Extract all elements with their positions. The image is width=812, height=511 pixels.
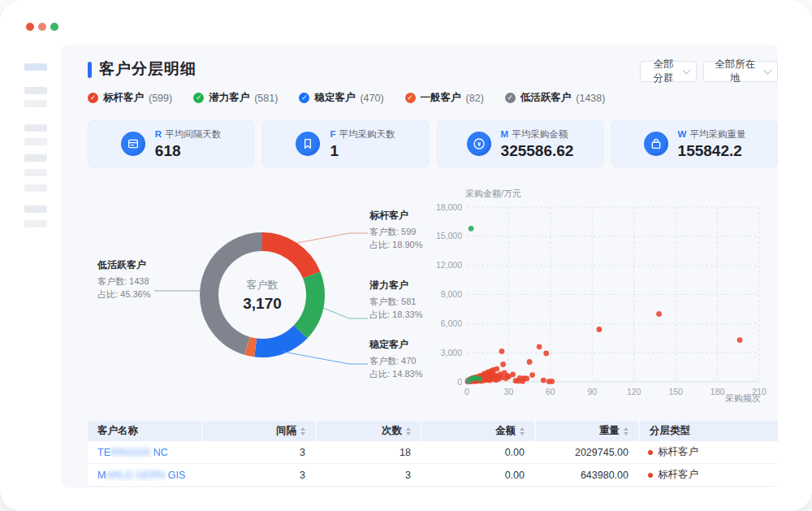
column-header-间隔[interactable]: 间隔 [201,421,315,441]
sidebar-skeleton-bar [24,87,47,94]
customer-name-link[interactable]: TERRIGOS NC [97,447,168,458]
cell-weight: 643980.00 [534,464,638,486]
callout-percent: 占比: 45.36% [97,288,150,301]
legend-label: 一般客户 [421,91,461,105]
column-header-重量[interactable]: 重量 [534,421,638,441]
sidebar-skeleton-bar [24,220,47,227]
redacted-text: ARLD [106,470,132,481]
title-accent-bar [88,62,92,78]
sidebar-skeleton-bar [24,154,47,162]
cell-interval: 3 [201,464,315,486]
legend-label: 标杆客户 [103,91,144,105]
y-tick-label: 18,000 [436,202,462,212]
stat-card-F: F平均采购天数1 [262,120,429,167]
customer-name-text: GIS [165,470,185,481]
segment-group-filter-dropdown[interactable]: 全部分群 [640,61,697,82]
callout-title: 低活跃客户 [97,258,150,272]
customer-table: 客户名称间隔次数金额重量分层类型 TERRIGOS NC3180.0020297… [88,421,778,487]
column-header-客户名称: 客户名称 [88,421,201,441]
cell-interval: 3 [201,441,315,463]
sort-icon[interactable] [300,427,305,435]
column-header-分层类型: 分层类型 [638,421,778,441]
column-header-label: 间隔 [276,424,296,438]
stat-card-W: W平均采购重量155842.2 [611,120,778,167]
donut-callout-稳定客户: 稳定客户客户数: 470占比: 14.83% [369,338,422,380]
scatter-point-标杆客户 [549,379,555,384]
scatter-point-标杆客户 [541,378,546,383]
sort-icon[interactable] [624,427,628,435]
stat-card-value: 155842.2 [678,142,746,160]
redacted-text: GERN [136,470,165,481]
cell-segment: 标杆客户 [638,441,778,463]
x-tick-label: 0 [464,387,469,396]
x-tick-label: 60 [546,387,555,396]
window-close-dot[interactable] [26,23,34,31]
sidebar-skeleton-bar [24,169,47,176]
legend-item-标杆客户[interactable]: ✓标杆客户(599) [88,91,172,105]
column-header-次数[interactable]: 次数 [315,421,421,441]
sort-icon[interactable] [520,427,525,435]
location-filter-dropdown[interactable]: 全部所在地 [703,61,778,82]
window-maximize-dot[interactable] [50,23,58,31]
check-circle-icon: ✓ [299,93,309,103]
check-circle-icon: ✓ [505,93,516,103]
callout-percent: 占比: 18.90% [369,238,422,251]
cell-amount: 0.00 [421,441,534,463]
callout-count: 客户数: 581 [369,295,422,308]
customer-name-text: TE [97,447,110,458]
sort-icon[interactable] [406,427,411,435]
scatter-point-标杆客户 [529,372,535,378]
legend-item-低活跃客户[interactable]: ✓低活跃客户(1438) [505,91,606,105]
cell-amount: 0.00 [421,464,534,486]
check-circle-icon: ✓ [405,93,416,103]
customer-table-body: TERRIGOS NC3180.002029745.00标杆客户MARLD GE… [88,441,778,487]
segment-legend: ✓标杆客户(599)✓潜力客户(581)✓稳定客户(470)✓一般客户(82)✓… [88,91,605,105]
scatter-point-标杆客户 [537,344,542,349]
scatter-point-标杆客户 [524,376,529,382]
sidebar-skeleton-bar [24,138,47,145]
segment-dot-icon [648,450,653,455]
stat-card-label: W平均采购重量 [678,128,746,141]
legend-label: 稳定客户 [314,91,355,105]
customer-name-link[interactable]: MARLD GERN GIS [97,470,185,481]
y-tick-label: 6,000 [441,318,462,328]
column-header-金额[interactable]: 金额 [421,421,534,441]
callout-percent: 占比: 18.33% [369,308,422,321]
y-tick-label: 0 [457,377,462,387]
donut-callout-line [323,308,368,318]
column-header-label: 客户名称 [97,424,138,438]
legend-item-稳定客户[interactable]: ✓稳定客户(470) [299,91,383,105]
legend-count: (1438) [576,93,605,104]
calendar-icon [121,132,145,156]
customer-name-text: NC [150,447,168,458]
segment-group-filter-label: 全部分群 [649,58,678,85]
stat-card-value: 1 [330,142,395,160]
callout-count: 客户数: 1438 [97,275,150,288]
sidebar-skeleton-bar [24,63,47,71]
x-tick-label: 120 [627,387,641,396]
svg-text:¥: ¥ [477,141,482,148]
callout-title: 稳定客户 [369,338,422,352]
donut-callout-低活跃客户: 低活跃客户客户数: 1438占比: 45.36% [97,258,150,301]
redacted-text: RRIGOS [110,447,150,458]
y-tick-label: 15,000 [436,231,462,240]
scatter-point-标杆客户 [543,351,549,357]
legend-label: 潜力客户 [209,91,249,105]
donut-callout-line [283,352,368,364]
column-header-label: 金额 [495,424,516,438]
donut-callout-标杆客户: 标杆客户客户数: 599占比: 18.90% [369,209,422,251]
y-tick-label: 9,000 [441,289,462,299]
location-filter-label: 全部所在地 [712,58,758,85]
legend-count: (470) [360,93,383,104]
legend-item-潜力客户[interactable]: ✓潜力客户(581) [193,91,278,105]
y-tick-label: 3,000 [441,348,462,357]
legend-item-一般客户[interactable]: ✓一般客户(82) [405,91,484,105]
donut-center-label: 客户数 3,170 [214,278,311,313]
purchase-scatter-chart: 03,0006,0009,00012,00015,00018,000030609… [434,187,780,410]
donut-center-title: 客户数 [214,278,311,292]
stat-card-M: ¥M平均采购金额325586.62 [437,120,603,167]
x-tick-label: 90 [587,387,597,396]
stat-card-value: 618 [155,142,221,160]
sidebar-skeleton-bar [24,124,47,132]
window-minimize-dot[interactable] [38,23,46,31]
